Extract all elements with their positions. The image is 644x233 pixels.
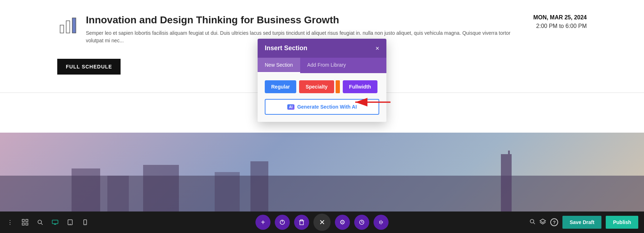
toolbar-center: + ✕ ⚙ [255, 214, 389, 231]
grid-icon[interactable] [21, 218, 29, 227]
main-content: Innovation and Design Thinking for Busin… [0, 0, 644, 233]
svg-rect-0 [60, 25, 64, 33]
svg-rect-13 [22, 219, 24, 222]
settings-button[interactable]: ⚙ [335, 215, 350, 230]
svg-point-23 [70, 224, 70, 224]
svg-line-38 [533, 223, 535, 224]
tab-add-from-library[interactable]: Add From Library [300, 58, 353, 73]
event-date: MON, MAR 25, 2024 [533, 14, 587, 21]
full-schedule-button[interactable]: FULL SCHEDULE [57, 59, 121, 75]
section-types: Regular Specialty Fullwidth [265, 80, 379, 93]
search-icon[interactable] [36, 218, 44, 227]
delete-button[interactable] [294, 215, 309, 230]
modal-close-button[interactable]: × [375, 45, 379, 52]
svg-rect-2 [72, 18, 76, 33]
svg-rect-30 [301, 220, 303, 221]
svg-rect-1 [66, 21, 70, 33]
tab-new-section[interactable]: New Section [258, 58, 300, 73]
regular-section-button[interactable]: Regular [265, 80, 296, 93]
fullwidth-section-button[interactable]: Fullwidth [343, 80, 377, 93]
search-right-icon[interactable] [530, 219, 535, 226]
generate-ai-button[interactable]: AI Generate Section With AI [265, 99, 379, 115]
svg-rect-7 [107, 176, 129, 211]
toolbar-left: ⋮ [6, 218, 89, 227]
close-button[interactable]: ✕ [313, 214, 331, 231]
bottom-toolbar: ⋮ [0, 211, 644, 233]
city-background [0, 133, 644, 211]
chart-icon [57, 14, 79, 36]
svg-rect-16 [26, 223, 28, 225]
svg-rect-19 [52, 220, 58, 224]
specialty-orange-accent [336, 80, 340, 93]
mobile-icon[interactable] [81, 218, 89, 227]
save-draft-button[interactable]: Save Draft [562, 216, 601, 229]
svg-rect-28 [300, 221, 303, 225]
svg-point-37 [530, 219, 534, 223]
modal-title: Insert Section [265, 44, 307, 52]
svg-rect-4 [501, 154, 512, 211]
add-button[interactable]: + [255, 215, 270, 230]
help-icon[interactable]: ? [550, 218, 558, 226]
svg-rect-15 [22, 223, 24, 225]
modal-header: Insert Section × [258, 39, 386, 58]
publish-button[interactable]: Publish [606, 216, 638, 229]
insert-section-modal: Insert Section × New Section Add From Li… [258, 39, 386, 122]
event-title: Innovation and Design Thinking for Busin… [86, 14, 526, 26]
svg-rect-6 [72, 168, 100, 211]
tablet-icon[interactable] [66, 218, 74, 227]
layers-icon[interactable] [540, 219, 546, 226]
svg-point-25 [85, 224, 86, 224]
svg-rect-14 [26, 219, 28, 222]
specialty-section-button[interactable]: Specialty [299, 80, 334, 93]
event-date-block: MON, MAR 25, 2024 2:00 PM to 6:00 PM [533, 14, 587, 29]
power-button[interactable] [275, 215, 290, 230]
svg-line-18 [41, 223, 43, 225]
ai-badge: AI [287, 104, 294, 110]
desktop-icon[interactable] [51, 218, 59, 227]
history-button[interactable] [354, 215, 369, 230]
svg-rect-10 [250, 161, 268, 211]
svg-rect-9 [215, 172, 240, 211]
svg-rect-8 [143, 165, 179, 211]
svg-rect-5 [508, 151, 510, 154]
layout-button[interactable] [374, 215, 389, 230]
svg-point-17 [38, 220, 42, 224]
generate-ai-label: Generate Section With AI [297, 104, 357, 110]
menu-dots-icon[interactable]: ⋮ [6, 218, 14, 227]
toolbar-right: ? Save Draft Publish [530, 216, 638, 229]
city-silhouette-svg [0, 147, 644, 211]
event-time: 2:00 PM to 6:00 PM [533, 23, 587, 29]
modal-body: Regular Specialty Fullwidth AI Generate … [258, 73, 386, 122]
svg-marker-39 [540, 219, 546, 223]
modal-tabs: New Section Add From Library [258, 58, 386, 73]
